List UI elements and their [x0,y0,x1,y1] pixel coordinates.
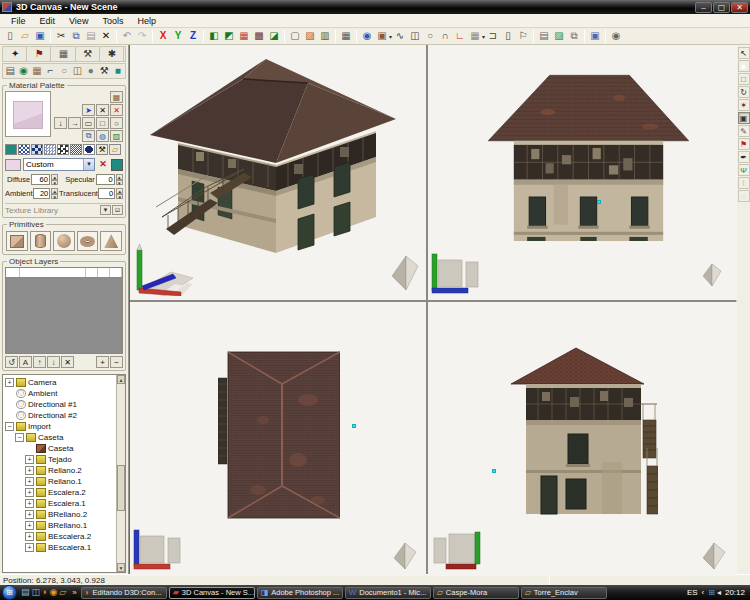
swatch-check-b[interactable] [31,144,43,155]
ambient-field[interactable]: 20 [33,188,50,199]
tree-item-escalera-1[interactable]: +Escalera.1 [5,498,116,509]
material-globe-icon[interactable]: ◍ [96,130,109,142]
shaded-icon[interactable]: ▥ [318,29,332,43]
menu-edit[interactable]: Edit [33,16,63,26]
tree-item-rellano-1[interactable]: +Rellano.1 [5,476,116,487]
layer-add-button[interactable]: + [96,356,109,368]
primitive-cube[interactable] [6,231,28,251]
swatch-check-a[interactable] [18,144,30,155]
draw-square-icon[interactable]: ■ [738,60,750,72]
paste-icon[interactable]: ▤ [84,29,98,43]
layout-three-icon[interactable]: ▩ [252,29,266,43]
tree-expander-icon[interactable]: + [25,488,34,497]
tray-volume-icon[interactable]: ◂ [717,588,721,597]
vehicle-icon[interactable]: ⊐ [486,29,500,43]
tree-expander-icon[interactable]: + [25,510,34,519]
bulb-tool-icon[interactable]: ○ [58,64,70,78]
axis-x-icon[interactable]: X [156,29,170,43]
task-folder[interactable]: ▱Caspe-Mora [433,587,519,599]
battery-icon[interactable]: ▯ [501,29,515,43]
minimize-button[interactable]: – [695,2,712,13]
layer-refresh-button[interactable]: ↺ [5,356,18,368]
quicklaunch-show-desktop-icon[interactable]: ▤ [21,586,30,599]
menu-help[interactable]: Help [130,16,163,26]
swatch-tools[interactable]: ⚒ [96,144,108,155]
selection-arrow-icon[interactable]: ↖ [738,47,750,59]
textured-icon[interactable]: ▨ [303,29,317,43]
snap-grid-icon[interactable]: ▦ [339,29,353,43]
menu-view[interactable]: View [62,16,95,26]
texture-library-dropdown[interactable]: ▼ [100,205,111,215]
axis-y-icon[interactable]: Y [171,29,185,43]
diffuse-field[interactable]: 60 [31,174,50,185]
disabled-tool-2-icon[interactable]: ◌ [738,190,750,202]
viewport-side[interactable] [428,302,737,576]
material-remove-button[interactable]: ✕ [97,159,109,171]
menu-file[interactable]: File [4,16,33,26]
layer-delete-button[interactable]: ✕ [61,356,74,368]
layout-custom-icon[interactable]: ◪ [267,29,281,43]
tree-expander-icon[interactable]: + [25,532,34,541]
material-pick-icon[interactable]: ➤ [82,104,95,116]
tree-item-directional-1[interactable]: Directional #1 [5,399,116,410]
tab-tools-icon[interactable]: ⚒ [77,47,100,61]
new-document-icon[interactable]: ▯ [3,29,17,43]
tree-expander-icon[interactable]: − [15,433,24,442]
translucent-stepper[interactable]: ▲▼ [116,188,123,199]
tab-flag-icon[interactable]: ⚑ [28,47,51,61]
task-3d-canvas[interactable]: ▰3D Canvas - New S... [169,587,255,599]
tree-item-brellano-2[interactable]: +BRellano.2 [5,509,116,520]
material-clear-icon[interactable]: ✕ [96,104,109,116]
camera-icon[interactable]: ◫ [408,29,422,43]
viewport-front[interactable] [428,45,737,300]
ambient-stepper[interactable]: ▲▼ [51,188,58,199]
spline-icon[interactable]: ∿ [393,29,407,43]
mirror-flag-icon[interactable]: ⚑ [738,138,750,150]
diffuse-stepper[interactable]: ▲▼ [51,174,58,185]
tree-item-camera[interactable]: +Camera [5,377,116,388]
hammer-tool-icon[interactable]: ⚒ [98,64,110,78]
material-cube-button-icon[interactable]: ▦ [110,91,123,103]
task-firefox[interactable]: ◗Editando D3D:Con... [81,587,167,599]
draw-rect-outline-icon[interactable]: □ [738,73,750,85]
crate-tool-icon[interactable]: ▦ [31,64,43,78]
shape-square-icon[interactable]: □ [96,117,109,129]
close-button[interactable]: ✕ [731,2,748,13]
task-photoshop[interactable]: ◨Adobe Photoshop ... [257,587,343,599]
texture-library-expand[interactable]: ⊡ [112,205,123,215]
press-tool-icon[interactable]: ▤ [4,64,16,78]
point-edit-icon[interactable]: ▣ [738,112,750,124]
specular-stepper[interactable]: ▲▼ [116,174,123,185]
tray-network-icon[interactable]: ⊞ [708,588,715,597]
viewport-top[interactable] [130,302,426,576]
apply-right-icon[interactable]: → [68,117,81,129]
menu-tools[interactable]: Tools [95,16,130,26]
light-icon[interactable]: ○ [423,29,437,43]
corner-widget[interactable] [701,541,727,571]
magic-wand-icon[interactable]: ✶ [738,99,750,111]
apply-down-icon[interactable]: ↓ [54,117,67,129]
scroll-up-icon[interactable]: ▲ [117,375,125,384]
copy-icon[interactable]: ⧉ [69,29,83,43]
duplicate-view-icon[interactable]: ⧉ [567,29,581,43]
tree-item-escalera-2[interactable]: +Escalera.2 [5,487,116,498]
material-teal-chip[interactable] [111,159,123,171]
tree-item-bescalera-2[interactable]: +BEscalera.2 [5,531,116,542]
tree-expander-icon[interactable]: + [25,455,34,464]
quicklaunch-folders-icon[interactable]: ▱ [59,586,66,599]
quicklaunch-firefox-icon[interactable]: ◗ [42,586,47,599]
swatch-check-c[interactable] [44,144,56,155]
grid-options-icon[interactable]: ▦ [468,29,482,43]
quicklaunch-explorer-icon[interactable]: ◫ [32,586,41,599]
grid-options-caret-icon[interactable]: ▾ [482,33,485,40]
tree-expander-icon[interactable]: + [5,378,14,387]
tree-item-bescalera-1[interactable]: +BEscalera.1 [5,542,116,553]
swatch-check-d[interactable] [57,144,69,155]
paint-tool-icon[interactable]: ✎ [738,125,750,137]
layout-single-icon[interactable]: ◧ [207,29,221,43]
primitive-cylinder[interactable] [30,231,52,251]
eye-tool-icon[interactable]: ◉ [17,64,29,78]
quicklaunch-media-player-icon[interactable]: ◉ [49,586,57,599]
swatch-solid-teal[interactable] [5,144,17,155]
tab-spray-icon[interactable]: ✦ [4,47,27,61]
